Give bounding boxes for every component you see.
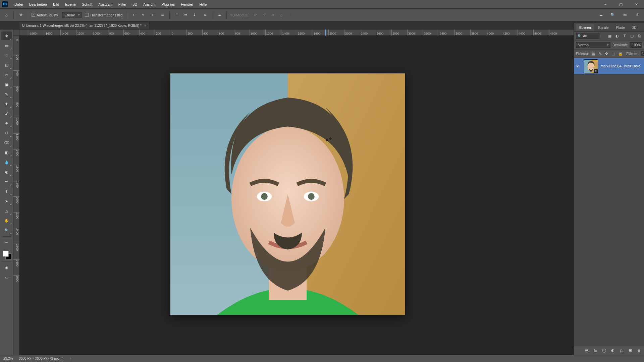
fill-field[interactable]: 100% — [641, 51, 644, 56]
opacity-field[interactable]: 100% — [630, 42, 642, 48]
cloud-docs-button[interactable]: ☁ — [597, 11, 604, 19]
blend-mode-dropdown[interactable]: Normal — [576, 42, 610, 48]
frame-tool[interactable]: ▣ — [1, 80, 12, 89]
share-button[interactable]: ⇪ — [633, 11, 641, 19]
filter-type-button[interactable]: T — [622, 33, 627, 39]
screen-mode-button[interactable]: ▭ — [1, 273, 12, 282]
filter-smart-button[interactable]: ⎘ — [637, 33, 642, 39]
status-zoom-field[interactable]: 23,2% — [3, 357, 13, 360]
menu-ansicht[interactable]: Ansicht — [140, 0, 158, 9]
panel-tab-kanaele[interactable]: Kanäle — [595, 24, 612, 31]
menu-ebene[interactable]: Ebene — [62, 0, 79, 9]
current-tool-icon[interactable]: ✥ — [17, 11, 24, 19]
eraser-tool[interactable]: ⌫ — [1, 138, 12, 147]
eyedropper-tool[interactable]: ✎ — [1, 90, 12, 99]
horizontal-ruler[interactable]: 1800160014001200100080060040020002004006… — [19, 29, 574, 36]
spot-heal-tool[interactable]: ✚ — [1, 100, 12, 108]
ruler-tick: 1000 — [13, 118, 19, 125]
window-close-button[interactable]: ✕ — [629, 0, 644, 9]
filter-adjust-button[interactable]: ◐ — [614, 33, 620, 39]
quick-mask-button[interactable]: ◉ — [1, 263, 12, 272]
canvas-viewport[interactable]: ➤ ✥ — [19, 36, 574, 355]
pen-tool[interactable]: ✒ — [1, 177, 12, 186]
lasso-tool[interactable]: ➰ — [1, 51, 12, 60]
edit-toolbar-button[interactable]: ⋯ — [1, 238, 12, 247]
adjustment-layer-button[interactable]: ◐ — [610, 348, 615, 353]
gradient-tool[interactable]: ◧ — [1, 148, 12, 157]
foreground-color-swatch[interactable] — [3, 251, 9, 257]
layer-fx-button[interactable]: fx — [593, 348, 598, 353]
new-group-button[interactable]: 🗀 — [619, 348, 624, 353]
lock-paint-button[interactable]: ✎ — [599, 51, 602, 56]
vertical-ruler[interactable]: 0200400600800100012001400160018002000220… — [13, 36, 19, 355]
menu-auswahl[interactable]: Auswahl — [95, 0, 115, 9]
link-layers-button[interactable]: ⛓ — [584, 348, 589, 353]
search-button[interactable]: 🔍 — [609, 11, 616, 19]
menu-3d[interactable]: 3D — [129, 0, 140, 9]
align-left-button[interactable]: ⇤ — [130, 11, 138, 19]
home-button[interactable]: ⌂ — [3, 11, 10, 19]
brush-tool[interactable]: 🖌 — [1, 109, 12, 118]
align-vcenter-button[interactable]: ≣ — [182, 11, 189, 19]
layer-mask-button[interactable]: ◯ — [602, 348, 606, 353]
panel-tab-3d[interactable]: 3D — [629, 24, 640, 31]
panel-tab-ebenen[interactable]: Ebenen — [576, 24, 594, 31]
auto-select-checkbox[interactable]: ✓ Autom. ausw. — [32, 13, 59, 17]
layer-row[interactable]: 👁 ⎘ man-1122364_1920 Kopie — [574, 58, 644, 75]
arrange-button[interactable]: ▭ — [621, 11, 629, 19]
menu-schrift[interactable]: Schrift — [79, 0, 95, 9]
layer-thumbnail[interactable]: ⎘ — [584, 59, 598, 73]
menu-datei[interactable]: Datei — [11, 0, 26, 9]
panel-tab-pfade[interactable]: Pfade — [613, 24, 628, 31]
menu-bild[interactable]: Bild — [50, 0, 62, 9]
more-align-button[interactable]: ••• — [216, 11, 223, 19]
lock-position-button[interactable]: ✥ — [605, 51, 608, 56]
type-tool[interactable]: T — [1, 187, 12, 196]
shape-tool[interactable]: △ — [1, 206, 12, 215]
ruler-origin-button[interactable] — [13, 29, 19, 36]
color-swatches[interactable] — [2, 250, 11, 259]
blur-tool[interactable]: 💧 — [1, 158, 12, 167]
layer-filter-kind-dropdown[interactable]: 🔍 Art — [576, 33, 599, 39]
zoom-tool[interactable]: 🔍 — [1, 226, 12, 235]
lock-transparency-button[interactable]: ▦ — [592, 51, 595, 56]
document-tab-close-button[interactable]: × — [144, 24, 146, 27]
new-layer-button[interactable]: ⊞ — [628, 348, 633, 353]
status-document-info[interactable]: 3000 Px × 3000 Px (72 ppcm) — [19, 357, 63, 360]
distribute-button[interactable]: ≋ — [159, 11, 166, 19]
menu-plugins[interactable]: Plug-ins — [158, 0, 178, 9]
lock-nesting-button[interactable]: ⬚ — [611, 51, 615, 56]
align-hcenter-button[interactable]: ≡ — [139, 11, 147, 19]
filter-pixel-button[interactable]: ▦ — [607, 33, 612, 39]
menu-filter[interactable]: Filter — [115, 0, 129, 9]
layer-name-label[interactable]: man-1122364_1920 Kopie — [601, 64, 640, 68]
window-maximize-button[interactable]: ▢ — [613, 0, 629, 9]
hand-tool[interactable]: ✋ — [1, 216, 12, 225]
menu-hilfe[interactable]: Hilfe — [196, 0, 210, 9]
move-tool[interactable]: ✥ — [1, 32, 12, 40]
distribute-v-button[interactable]: ≋ — [201, 11, 209, 19]
align-bottom-button[interactable]: ⇣ — [191, 11, 198, 19]
menu-bearbeiten[interactable]: Bearbeiten — [26, 0, 50, 9]
clone-stamp-tool[interactable]: ✹ — [1, 119, 12, 128]
transform-controls-checkbox[interactable]: Transformationsstrg. — [85, 13, 123, 17]
window-minimize-button[interactable]: − — [598, 0, 613, 9]
dodge-tool[interactable]: ◐ — [1, 168, 12, 176]
document-tab[interactable]: Unbenannt-1-Wiederhergestellt bei 23,2% … — [19, 22, 149, 29]
layer-list[interactable]: 👁 ⎘ man-1122364_1920 Kopie — [574, 58, 644, 346]
document-canvas[interactable] — [170, 73, 405, 315]
layer-visibility-toggle[interactable]: 👁 — [576, 64, 581, 68]
object-select-tool[interactable]: ◫ — [1, 61, 12, 69]
status-info-menu-button[interactable]: 〉 — [69, 356, 73, 361]
crop-tool[interactable]: ✂ — [1, 70, 12, 79]
marquee-tool[interactable]: ▭ — [1, 41, 12, 50]
lock-all-button[interactable]: 🔒 — [618, 51, 623, 56]
auto-select-target-dropdown[interactable]: Ebene — [62, 12, 82, 18]
delete-layer-button[interactable]: 🗑 — [637, 348, 641, 353]
filter-shape-button[interactable]: ▢ — [629, 33, 635, 39]
history-brush-tool[interactable]: ↺ — [1, 129, 12, 137]
path-select-tool[interactable]: ➤ — [1, 197, 12, 205]
align-top-button[interactable]: ⇡ — [173, 11, 180, 19]
align-right-button[interactable]: ⇥ — [148, 11, 155, 19]
menu-fenster[interactable]: Fenster — [178, 0, 196, 9]
